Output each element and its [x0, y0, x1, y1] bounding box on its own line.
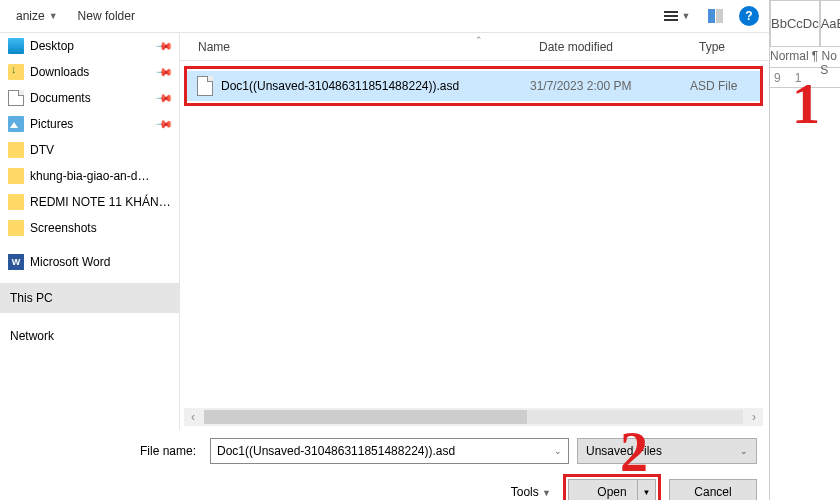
chevron-down-icon[interactable]: ⌄	[554, 446, 562, 456]
sidebar-item-desktop[interactable]: Desktop📌	[0, 33, 179, 59]
style-preview-normal[interactable]: BbCcDc	[770, 0, 820, 47]
preview-pane-icon	[708, 9, 723, 23]
sidebar-item-folder[interactable]: khung-bia-giao-an-d…	[0, 163, 179, 189]
chevron-down-icon: ▼	[682, 11, 691, 21]
column-headers[interactable]: ⌃ Name Date modified Type	[180, 33, 769, 61]
style-preview-nospacing[interactable]: AaBb	[820, 0, 840, 47]
cancel-button[interactable]: Cancel	[669, 479, 757, 500]
style-label-normal: Normal	[770, 47, 809, 67]
sidebar-item-folder[interactable]: Screenshots	[0, 215, 179, 241]
open-file-dialog: anize ▼ New folder ▼ ? Desktop📌 Download…	[0, 0, 770, 500]
file-type-cell: ASD File	[690, 79, 760, 93]
scroll-thumb[interactable]	[204, 410, 527, 424]
horizontal-scrollbar[interactable]: ‹ ›	[184, 408, 763, 426]
documents-icon	[8, 90, 24, 106]
pin-icon: 📌	[154, 62, 173, 81]
column-date[interactable]: Date modified	[539, 40, 699, 54]
sidebar-item-word[interactable]: WMicrosoft Word	[0, 249, 179, 275]
desktop-icon	[8, 38, 24, 54]
annotation-highlight-1: Doc1((Unsaved-310486311851488224)).asd 3…	[184, 66, 763, 106]
file-name-input[interactable]: Doc1((Unsaved-310486311851488224)).asd ⌄	[210, 438, 569, 464]
sidebar-item-thispc[interactable]: This PC	[0, 283, 179, 313]
folder-icon	[8, 194, 24, 210]
help-icon[interactable]: ?	[739, 6, 759, 26]
word-icon: W	[8, 254, 24, 270]
file-name-cell: Doc1((Unsaved-310486311851488224)).asd	[221, 79, 530, 93]
organize-button[interactable]: anize ▼	[10, 5, 64, 27]
file-name-label: File name:	[12, 444, 202, 458]
chevron-down-icon: ▼	[542, 488, 551, 498]
sidebar-item-downloads[interactable]: Downloads📌	[0, 59, 179, 85]
file-date-cell: 31/7/2023 2:00 PM	[530, 79, 690, 93]
list-view-icon	[664, 11, 678, 21]
annotation-number-1: 1	[792, 72, 820, 136]
chevron-down-icon: ▼	[49, 11, 58, 21]
file-list-pane: ⌃ Name Date modified Type Doc1((Unsaved-…	[180, 33, 769, 430]
scroll-left-icon[interactable]: ‹	[184, 410, 202, 424]
folder-icon	[8, 220, 24, 236]
new-folder-button[interactable]: New folder	[72, 5, 141, 27]
view-mode-button[interactable]: ▼	[663, 5, 691, 27]
file-type-filter[interactable]: Unsaved Files ⌄	[577, 438, 757, 464]
sidebar-item-folder[interactable]: DTV	[0, 137, 179, 163]
sidebar-item-folder[interactable]: REDMI NOTE 11 KHÁN…	[0, 189, 179, 215]
dialog-bottom-panel: File name: Doc1((Unsaved-310486311851488…	[0, 430, 769, 500]
navigation-sidebar: Desktop📌 Downloads📌 Documents📌 Pictures📌…	[0, 33, 180, 430]
sidebar-item-network[interactable]: Network	[0, 321, 179, 351]
file-icon	[197, 76, 213, 96]
scroll-right-icon[interactable]: ›	[745, 410, 763, 424]
tools-button[interactable]: Tools ▼	[511, 485, 555, 499]
pictures-icon	[8, 116, 24, 132]
file-row[interactable]: Doc1((Unsaved-310486311851488224)).asd 3…	[187, 71, 760, 101]
style-label-nospacing: ¶ No S	[809, 47, 840, 67]
column-type[interactable]: Type	[699, 40, 769, 54]
pin-icon: 📌	[154, 36, 173, 55]
pin-icon: 📌	[154, 88, 173, 107]
column-name[interactable]: Name	[198, 40, 539, 54]
sort-indicator-icon: ⌃	[475, 35, 483, 45]
folder-icon	[8, 142, 24, 158]
chevron-down-icon: ⌄	[740, 446, 748, 456]
annotation-number-2: 2	[620, 420, 648, 484]
pin-icon: 📌	[154, 114, 173, 133]
preview-pane-button[interactable]	[701, 5, 729, 27]
sidebar-item-pictures[interactable]: Pictures📌	[0, 111, 179, 137]
downloads-icon	[8, 64, 24, 80]
dialog-toolbar: anize ▼ New folder ▼ ?	[0, 0, 769, 32]
sidebar-item-documents[interactable]: Documents📌	[0, 85, 179, 111]
folder-icon	[8, 168, 24, 184]
